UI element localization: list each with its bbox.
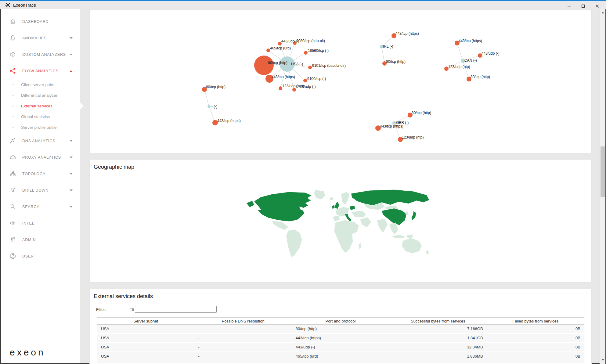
country-greenland <box>314 190 326 200</box>
region-south-america <box>286 229 302 258</box>
bullet-dot-icon <box>13 116 13 117</box>
country-iceland <box>329 197 333 200</box>
external-services-table: Server subnetPossible DNS resolutionPort… <box>97 317 584 363</box>
sidebar-item-flow-analytics[interactable]: FLOW ANALYTICS <box>1 63 80 79</box>
details-section-title: External services details <box>94 293 153 300</box>
sidebar-item-global-statistics[interactable]: Global statistics <box>1 111 80 122</box>
graph-node-service-123-udp-ntp[interactable] <box>444 67 449 71</box>
table-cell: 1.841GB <box>389 334 487 342</box>
chevron-down-icon[interactable] <box>70 206 73 208</box>
app-title: ExeonTrace <box>13 3 36 8</box>
table-cell: 32.84MB <box>389 343 487 351</box>
filter-checkbox-icon[interactable] <box>130 308 133 311</box>
table-cell: 0B <box>487 343 584 351</box>
external-services-details-panel: External services details Filter: Server… <box>89 289 592 364</box>
graph-node-label: 18560/tcp (-) <box>308 49 329 53</box>
table-row[interactable]: USA-443/tcp (https)1.841GB0B <box>97 334 584 343</box>
chevron-down-icon[interactable] <box>70 157 73 158</box>
graph-node-service-80-tcp-http[interactable] <box>254 56 274 75</box>
country-canada <box>254 192 312 210</box>
table-cell: USA <box>97 334 194 342</box>
column-header-port-and-protocol[interactable]: Port and protocol <box>292 318 389 324</box>
table-row-partial <box>97 361 584 363</box>
graph-node-service-9100-tcp[interactable] <box>303 79 307 82</box>
sidebar-item-label: DNS ANALYTICS <box>22 139 70 143</box>
country-united-kingdom <box>335 202 339 209</box>
sidebar-subitem-label: Global statistics <box>21 114 50 119</box>
search-icon <box>9 203 17 211</box>
vertical-scrollbar[interactable] <box>600 9 605 364</box>
filter-label: Filter: <box>96 307 106 312</box>
services-network-graph: USA (-)80/tcp (http)443/tcp (https)465/t… <box>90 10 591 153</box>
graph-node-label: 443/tcp (https) <box>272 75 295 79</box>
graph-node-label: 8080/tcp (http-alt) <box>296 39 325 43</box>
table-cell: 7.166GB <box>389 325 487 333</box>
graph-node-label: 9100/tcp (-) <box>307 77 326 81</box>
table-row[interactable]: USA-443/udp (-)32.84MB0B <box>97 343 584 352</box>
sidebar-item-server-profile-outlier[interactable]: Server profile outlier <box>1 122 80 133</box>
graph-node-service-9101-tcp-bacula-dir[interactable] <box>308 66 312 69</box>
graph-node-service-123-udp-ntp[interactable] <box>279 86 282 90</box>
sidebar-item-label: ANOMALIES <box>22 36 70 40</box>
table-cell: - <box>194 352 292 361</box>
chevron-down-icon[interactable] <box>70 173 73 175</box>
sidebar-item-search[interactable]: SEARCH <box>1 199 80 215</box>
sidebar-item-proxy-analytics[interactable]: PROXY ANALYTICS <box>1 149 80 166</box>
sidebar-item-drill-down[interactable]: DRILL DOWN <box>1 182 80 199</box>
sidebar-item-external-services[interactable]: External services <box>1 101 80 111</box>
graph-node-label: IRL (-) <box>383 44 393 49</box>
close-button[interactable] <box>590 2 604 10</box>
graph-node-label: 3478/udp (-) <box>296 85 316 89</box>
column-header-server-subnet[interactable]: Server subnet <box>97 318 194 324</box>
maximize-button[interactable] <box>576 2 590 10</box>
graph-node-service-465-tcp-urd[interactable] <box>266 49 270 52</box>
chevron-down-icon[interactable] <box>70 54 73 56</box>
table-row[interactable]: USA-465/tcp (urd)1.836MB0B <box>97 352 584 361</box>
graph-node-service-18560-tcp[interactable] <box>304 51 308 55</box>
graph-node-label: - (-) <box>211 104 217 109</box>
chevron-down-icon[interactable] <box>70 189 73 191</box>
country-indonesia <box>391 235 405 239</box>
filter-input[interactable] <box>135 306 217 313</box>
chevron-up-icon[interactable] <box>70 70 73 72</box>
sidebar-item-client-server-pairs[interactable]: Client server pairs <box>1 79 80 90</box>
graph-node-label: 80/tcp (http) <box>206 85 225 89</box>
sidebar-item-custom-analyzers[interactable]: CUSTOM ANALYZERS <box>1 46 80 63</box>
graph-node-label: 465/tcp (urd) <box>270 46 291 50</box>
sidebar-item-differential-analyzer[interactable]: Differential analyzer <box>1 90 80 101</box>
sidebar-item-dashboard[interactable]: DASHBOARD <box>1 13 80 30</box>
minimize-button[interactable] <box>562 2 576 10</box>
scroll-up-button[interactable] <box>600 10 606 15</box>
sidebar-item-user[interactable]: USER <box>1 248 80 265</box>
chevron-down-icon[interactable] <box>70 37 73 39</box>
region-africa <box>334 220 359 253</box>
sidebar-item-dns-analytics[interactable]: DNS ANALYTICS <box>1 133 80 149</box>
scroll-down-button[interactable] <box>600 357 606 363</box>
column-header-failed-bytes-from-services[interactable]: Failed bytes from services <box>487 318 584 324</box>
country-russia <box>351 189 430 206</box>
scrollbar-thumb[interactable] <box>601 146 605 197</box>
sidebar-item-anomalies[interactable]: ANOMALIES <box>1 30 80 46</box>
table-cell: 1.836MB <box>389 352 487 361</box>
graph-node-country-unknown[interactable] <box>207 105 211 108</box>
sidebar-item-admin[interactable]: ADMIN <box>1 232 80 248</box>
chevron-down-icon[interactable] <box>70 140 73 142</box>
bullet-dot-icon <box>13 127 13 128</box>
column-header-possible-dns-resolution[interactable]: Possible DNS resolution <box>194 318 292 324</box>
column-header-successful-bytes-from-services[interactable]: Successful bytes from services <box>389 318 487 324</box>
country-madagascar <box>358 243 361 249</box>
sidebar-item-label: ADMIN <box>22 238 76 242</box>
region-balkans <box>351 211 366 218</box>
home-icon <box>9 18 17 25</box>
sidebar-item-intel[interactable]: INTEL <box>1 215 80 232</box>
table-cell: 80/tcp (http) <box>292 325 389 333</box>
graph-edge <box>382 47 384 63</box>
table-row[interactable]: USA-80/tcp (http)7.166GB0B <box>97 325 584 334</box>
region-iberia <box>333 215 340 222</box>
table-cell: 443/udp (-) <box>292 343 389 351</box>
sidebar-item-topology[interactable]: TOPOLOGY <box>1 166 80 182</box>
funnel-icon <box>9 187 17 194</box>
graph-edge <box>463 61 469 79</box>
table-cell: 0B <box>487 352 584 361</box>
external-services-graph-panel: USA (-)80/tcp (http)443/tcp (https)465/t… <box>89 10 592 153</box>
